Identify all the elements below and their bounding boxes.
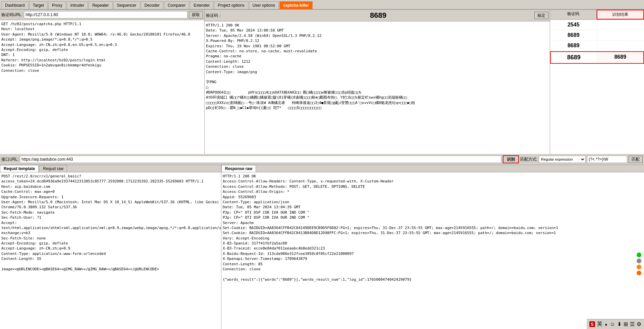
left-panel: 验证码URL: 获取 GET /hz02/posts/captcha.php H…	[0, 10, 205, 154]
top-section: 验证码URL: 获取 GET /hz02/posts/captcha.php H…	[0, 10, 644, 154]
sougou-logo: S	[589, 321, 595, 327]
verify-code-display: 8689	[225, 11, 532, 20]
api-url-input[interactable]	[20, 156, 501, 163]
status-dot-green	[637, 253, 641, 257]
tab-request-raw[interactable]: Requst raw	[39, 165, 67, 172]
captcha-code-cell: 2545	[550, 20, 597, 30]
mid-panel: 验证码： 8689 核定 HTTP/1.1 200 OK Date: Tue, …	[205, 10, 550, 154]
api-bar: 接口URL: 识别 匹配方式: Regular expression Exact…	[0, 154, 644, 165]
verify-url-input[interactable]	[24, 11, 187, 18]
match-method-select[interactable]: Regular expression Exact match Contains	[539, 156, 586, 163]
bottom-left-panel: Requst template Requst raw POST /rest/2.…	[0, 165, 221, 329]
status-dots	[637, 253, 641, 275]
verify-code-label: 验证码：	[206, 13, 222, 18]
request-template-content: POST /rest/2.0/ocr/v1/general_basic?acce…	[0, 172, 221, 329]
bottom-panels: Requst template Requst raw POST /rest/2.…	[0, 165, 644, 329]
main-content: 验证码URL: 获取 GET /hz02/posts/captcha.php H…	[0, 10, 644, 329]
verify-bar: 验证码： 8689 核定	[205, 10, 550, 21]
request-content: GET /hz02/posts/captcha.php HTTP/1.1 Hos…	[0, 20, 204, 154]
verify-url-bar: 验证码URL: 获取	[0, 10, 204, 20]
settings-icon[interactable]: ⚙	[637, 321, 641, 327]
bottom-left-tabs: Requst template Requst raw	[0, 165, 221, 172]
verify-url-label: 验证码URL:	[1, 12, 22, 18]
captcha-code-cell-active: 8689	[551, 52, 597, 63]
captcha-entries: 2545 8689 8689 8689 8689	[550, 20, 644, 154]
tab-project-options[interactable]: Project options	[214, 1, 248, 9]
bottom-bar: S 英 ⬧ ☺ ⬇ ⊞ ☰ ⚙	[587, 319, 644, 329]
right-panel-header: 验证码 识别结果	[550, 10, 644, 20]
download-icon[interactable]: ⬇	[617, 321, 622, 327]
response-raw-tab: Response raw	[221, 165, 644, 172]
captcha-code-header: 验证码	[550, 10, 597, 19]
captcha-row: 8689	[550, 41, 644, 51]
match-button[interactable]: 匹配	[629, 156, 643, 163]
right-panel: 验证码 识别结果 2545 8689 8689	[550, 10, 644, 154]
bottom-right-panel: Response raw HTTP/1.1 200 OK Access-Cont…	[221, 165, 644, 329]
response-raw-content: HTTP/1.1 200 OK Access-Control-Allow-Hea…	[221, 172, 644, 329]
captcha-code-cell: 8689	[550, 30, 597, 40]
menu-icon[interactable]: ☰	[630, 321, 635, 327]
tab-decoder[interactable]: Decoder	[141, 1, 163, 9]
tab-user-options[interactable]: User options	[249, 1, 279, 9]
lang-icon[interactable]: 英	[597, 321, 602, 328]
status-dot-orange-1	[637, 265, 641, 269]
response-content-top: HTTP/1.1 200 OK Date: Tue, 05 Mar 2024 1…	[205, 21, 550, 154]
captcha-row-active: 8689 8689	[550, 51, 644, 64]
grid-icon[interactable]: ⊞	[624, 321, 628, 327]
status-dot-gray	[637, 259, 641, 263]
tab-captcha-killer[interactable]: captcha-killer	[279, 1, 313, 9]
tab-sequencer[interactable]: Sequencer	[113, 1, 140, 9]
api-url-label: 接口URL:	[1, 157, 18, 162]
captcha-result-cell	[597, 20, 644, 30]
nav-tabs: Dashboard Target Proxy Intruder Repeater…	[0, 0, 644, 10]
identify-button[interactable]: 识别	[503, 155, 519, 163]
tab-proxy[interactable]: Proxy	[48, 1, 66, 9]
tab-dashboard[interactable]: Dashboard	[1, 1, 29, 9]
tab-intruder[interactable]: Intruder	[67, 1, 88, 9]
tab-target[interactable]: Target	[29, 1, 48, 9]
captcha-code-cell: 8689	[550, 41, 597, 51]
confirm-button[interactable]: 核定	[534, 12, 548, 19]
captcha-row: 8689	[550, 30, 644, 41]
match-pattern-input[interactable]	[587, 156, 627, 163]
status-dot-orange-2	[637, 271, 641, 275]
tab-request-template[interactable]: Requst template	[0, 165, 39, 172]
captcha-result-cell	[597, 41, 644, 51]
captcha-result-header: 识别结果	[597, 10, 644, 19]
response-raw-label: Response raw	[221, 165, 256, 172]
match-label: 匹配方式:	[520, 157, 537, 162]
fetch-button[interactable]: 获取	[189, 11, 203, 18]
diamond-icon[interactable]: ⬧	[604, 321, 608, 327]
tab-repeater[interactable]: Repeater	[89, 1, 112, 9]
captcha-row: 2545	[550, 20, 644, 30]
tab-extender[interactable]: Extender	[190, 1, 213, 9]
captcha-result-cell	[597, 30, 644, 40]
face-icon[interactable]: ☺	[610, 321, 615, 327]
captcha-result-cell-active: 8689	[597, 52, 644, 63]
tab-comparer[interactable]: Comparer	[164, 1, 189, 9]
